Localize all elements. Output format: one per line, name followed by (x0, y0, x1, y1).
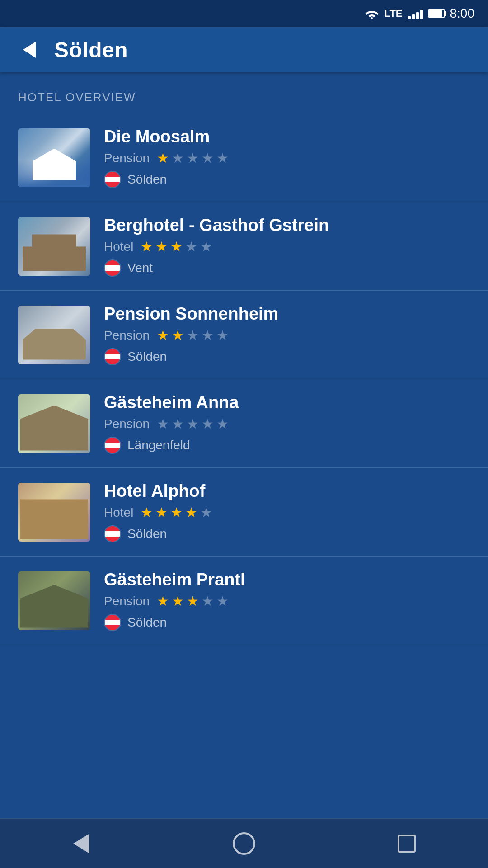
main-content: HOTEL OVERVIEW Die Moosalm Pension ★★★★★… (0, 72, 488, 699)
hotel-item-gasteheim-anna[interactable]: Gästeheim Anna Pension ★★★★★ Längenfeld (0, 379, 488, 468)
hotel-name-die-moosalm: Die Moosalm (104, 127, 470, 146)
star-filled-icon: ★ (185, 506, 197, 519)
hotel-type-die-moosalm: Pension (104, 151, 150, 165)
hotel-name-gasteheim-prantl: Gästeheim Prantl (104, 570, 470, 590)
hotel-location-row-berghotel-gasthof-gstrein: Vent (104, 259, 470, 277)
hotel-city-pension-sonnenheim: Sölden (127, 349, 167, 364)
hotel-name-gasteheim-anna: Gästeheim Anna (104, 393, 470, 412)
hotel-info-gasteheim-anna: Gästeheim Anna Pension ★★★★★ Längenfeld (104, 393, 470, 454)
star-filled-icon: ★ (155, 506, 168, 519)
back-arrow-icon (23, 42, 36, 58)
hotel-stars-die-moosalm: ★★★★★ (157, 151, 229, 165)
status-time: 8:00 (450, 6, 475, 21)
star-filled-icon: ★ (155, 240, 168, 254)
star-empty-icon: ★ (202, 151, 214, 165)
star-filled-icon: ★ (170, 240, 183, 254)
navigation-bar (0, 818, 488, 868)
star-empty-icon: ★ (216, 151, 229, 165)
hotel-thumb-die-moosalm (18, 128, 90, 187)
hotel-stars-hotel-alphof: ★★★★★ (141, 506, 212, 519)
hotel-thumb-gasteheim-prantl (18, 571, 90, 630)
hotel-type-row-gasteheim-anna: Pension ★★★★★ (104, 417, 470, 431)
hotel-item-die-moosalm[interactable]: Die Moosalm Pension ★★★★★ Sölden (0, 113, 488, 202)
star-empty-icon: ★ (200, 506, 212, 519)
star-empty-icon: ★ (202, 329, 214, 342)
hotel-location-row-gasteheim-prantl: Sölden (104, 614, 470, 631)
star-filled-icon: ★ (141, 240, 153, 254)
star-empty-icon: ★ (202, 417, 214, 431)
austria-flag-gasteheim-anna (104, 437, 121, 454)
hotel-info-die-moosalm: Die Moosalm Pension ★★★★★ Sölden (104, 127, 470, 188)
star-filled-icon: ★ (187, 594, 199, 608)
hotel-type-gasteheim-prantl: Pension (104, 594, 150, 609)
hotel-type-hotel-alphof: Hotel (104, 505, 133, 520)
hotel-stars-pension-sonnenheim: ★★★★★ (157, 329, 229, 342)
star-empty-icon: ★ (200, 240, 212, 254)
nav-recent-icon (398, 835, 416, 853)
star-empty-icon: ★ (216, 417, 229, 431)
austria-flag-hotel-alphof (104, 525, 121, 542)
hotel-thumb-hotel-alphof (18, 483, 90, 542)
star-empty-icon: ★ (172, 417, 184, 431)
hotel-thumb-berghotel-gasthof-gstrein (18, 217, 90, 276)
wifi-icon (365, 8, 379, 19)
battery-icon (428, 9, 445, 18)
hotel-city-gasteheim-prantl: Sölden (127, 615, 167, 630)
hotel-city-gasteheim-anna: Längenfeld (127, 438, 190, 453)
hotel-name-hotel-alphof: Hotel Alphof (104, 481, 470, 501)
hotel-info-berghotel-gasthof-gstrein: Berghotel - Gasthof Gstrein Hotel ★★★★★ … (104, 216, 470, 277)
status-bar: LTE 8:00 (0, 0, 488, 27)
hotel-stars-gasteheim-anna: ★★★★★ (157, 417, 229, 431)
hotel-type-row-pension-sonnenheim: Pension ★★★★★ (104, 328, 470, 343)
hotel-type-row-gasteheim-prantl: Pension ★★★★★ (104, 594, 470, 609)
austria-flag-gasteheim-prantl (104, 614, 121, 631)
star-filled-icon: ★ (157, 329, 169, 342)
hotel-item-hotel-alphof[interactable]: Hotel Alphof Hotel ★★★★★ Sölden (0, 468, 488, 557)
hotel-type-row-die-moosalm: Pension ★★★★★ (104, 151, 470, 165)
hotel-location-row-pension-sonnenheim: Sölden (104, 348, 470, 365)
hotel-city-berghotel-gasthof-gstrein: Vent (127, 261, 153, 275)
star-filled-icon: ★ (157, 151, 169, 165)
hotel-type-berghotel-gasthof-gstrein: Hotel (104, 240, 133, 254)
nav-home-icon (233, 832, 255, 855)
hotel-type-row-hotel-alphof: Hotel ★★★★★ (104, 505, 470, 520)
status-icons: LTE 8:00 (365, 6, 474, 21)
hotel-item-berghotel-gasthof-gstrein[interactable]: Berghotel - Gasthof Gstrein Hotel ★★★★★ … (0, 202, 488, 291)
hotel-location-row-die-moosalm: Sölden (104, 171, 470, 188)
hotel-list: Die Moosalm Pension ★★★★★ Sölden Berghot… (0, 113, 488, 645)
hotel-name-pension-sonnenheim: Pension Sonnenheim (104, 304, 470, 324)
hotel-info-hotel-alphof: Hotel Alphof Hotel ★★★★★ Sölden (104, 481, 470, 542)
app-bar: Sölden (0, 27, 488, 72)
star-filled-icon: ★ (172, 594, 184, 608)
hotel-item-pension-sonnenheim[interactable]: Pension Sonnenheim Pension ★★★★★ Sölden (0, 291, 488, 379)
austria-flag-pension-sonnenheim (104, 348, 121, 365)
austria-flag-berghotel-gasthof-gstrein (104, 259, 121, 277)
star-filled-icon: ★ (172, 329, 184, 342)
star-empty-icon: ★ (216, 329, 229, 342)
hotel-info-gasteheim-prantl: Gästeheim Prantl Pension ★★★★★ Sölden (104, 570, 470, 631)
nav-home-button[interactable] (226, 826, 262, 862)
hotel-type-gasteheim-anna: Pension (104, 417, 150, 431)
hotel-item-gasteheim-prantl[interactable]: Gästeheim Prantl Pension ★★★★★ Sölden (0, 557, 488, 645)
hotel-location-row-gasteheim-anna: Längenfeld (104, 437, 470, 454)
star-filled-icon: ★ (157, 594, 169, 608)
hotel-name-berghotel-gasthof-gstrein: Berghotel - Gasthof Gstrein (104, 216, 470, 235)
nav-back-icon (73, 834, 89, 854)
signal-bars (408, 8, 423, 19)
section-header: HOTEL OVERVIEW (0, 72, 488, 113)
star-empty-icon: ★ (187, 417, 199, 431)
hotel-type-pension-sonnenheim: Pension (104, 328, 150, 343)
nav-recent-button[interactable] (389, 826, 425, 862)
hotel-thumb-pension-sonnenheim (18, 306, 90, 364)
back-button[interactable] (18, 38, 41, 61)
star-filled-icon: ★ (170, 506, 183, 519)
nav-back-button[interactable] (63, 826, 99, 862)
hotel-location-row-hotel-alphof: Sölden (104, 525, 470, 542)
lte-indicator: LTE (385, 8, 403, 19)
hotel-stars-gasteheim-prantl: ★★★★★ (157, 594, 229, 608)
hotel-city-hotel-alphof: Sölden (127, 527, 167, 541)
star-empty-icon: ★ (202, 594, 214, 608)
star-empty-icon: ★ (185, 240, 197, 254)
hotel-city-die-moosalm: Sölden (127, 172, 167, 187)
hotel-type-row-berghotel-gasthof-gstrein: Hotel ★★★★★ (104, 240, 470, 254)
